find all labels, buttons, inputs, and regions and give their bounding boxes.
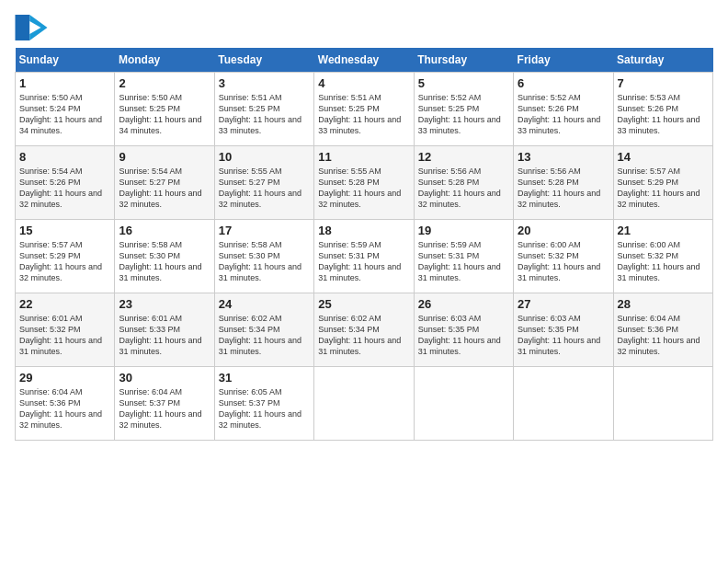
calendar-cell: 9 Sunrise: 5:54 AM Sunset: 5:27 PM Dayli…	[115, 146, 214, 220]
calendar-cell: 18 Sunrise: 5:59 AM Sunset: 5:31 PM Dayl…	[314, 220, 414, 293]
day-number: 25	[318, 297, 409, 311]
calendar-cell: 16 Sunrise: 5:58 AM Sunset: 5:30 PM Dayl…	[115, 220, 214, 293]
day-number: 27	[518, 297, 609, 311]
calendar-cell: 1 Sunrise: 5:50 AM Sunset: 5:24 PM Dayli…	[16, 73, 115, 146]
day-number: 11	[318, 150, 409, 164]
day-info: Sunrise: 6:02 AM Sunset: 5:34 PM Dayligh…	[219, 313, 310, 358]
day-number: 15	[19, 224, 110, 237]
day-number: 10	[219, 150, 310, 164]
day-info: Sunrise: 6:00 AM Sunset: 5:32 PM Dayligh…	[518, 239, 609, 284]
day-info: Sunrise: 5:59 AM Sunset: 5:31 PM Dayligh…	[318, 239, 409, 284]
day-number: 28	[618, 297, 709, 311]
calendar-cell: 13 Sunrise: 5:56 AM Sunset: 5:28 PM Dayl…	[514, 146, 613, 220]
calendar-cell: 8 Sunrise: 5:54 AM Sunset: 5:26 PM Dayli…	[16, 146, 115, 220]
day-info: Sunrise: 5:55 AM Sunset: 5:27 PM Dayligh…	[219, 166, 310, 211]
calendar-cell: 7 Sunrise: 5:53 AM Sunset: 5:26 PM Dayli…	[613, 73, 712, 146]
day-info: Sunrise: 6:03 AM Sunset: 5:35 PM Dayligh…	[518, 313, 609, 358]
day-info: Sunrise: 5:52 AM Sunset: 5:25 PM Dayligh…	[418, 92, 509, 137]
calendar-cell: 4 Sunrise: 5:51 AM Sunset: 5:25 PM Dayli…	[314, 73, 414, 146]
weekday-header: Wednesday	[314, 48, 414, 73]
day-info: Sunrise: 6:03 AM Sunset: 5:35 PM Dayligh…	[418, 313, 509, 358]
day-info: Sunrise: 5:58 AM Sunset: 5:30 PM Dayligh…	[119, 239, 210, 284]
calendar-cell: 3 Sunrise: 5:51 AM Sunset: 5:25 PM Dayli…	[214, 73, 313, 146]
day-info: Sunrise: 6:05 AM Sunset: 5:37 PM Dayligh…	[219, 386, 310, 431]
day-info: Sunrise: 5:57 AM Sunset: 5:29 PM Dayligh…	[618, 166, 709, 211]
weekday-header: Thursday	[414, 48, 513, 73]
calendar-cell: 21 Sunrise: 6:00 AM Sunset: 5:32 PM Dayl…	[613, 220, 712, 293]
day-info: Sunrise: 5:56 AM Sunset: 5:28 PM Dayligh…	[518, 166, 609, 211]
day-number: 7	[618, 76, 709, 90]
day-number: 6	[518, 76, 609, 90]
day-number: 31	[219, 371, 310, 385]
calendar-cell: 29 Sunrise: 6:04 AM Sunset: 5:36 PM Dayl…	[16, 367, 115, 441]
calendar-cell: 31 Sunrise: 6:05 AM Sunset: 5:37 PM Dayl…	[214, 367, 313, 441]
calendar-cell: 23 Sunrise: 6:01 AM Sunset: 5:33 PM Dayl…	[115, 293, 214, 367]
day-info: Sunrise: 5:55 AM Sunset: 5:28 PM Dayligh…	[318, 166, 409, 211]
day-info: Sunrise: 5:56 AM Sunset: 5:28 PM Dayligh…	[418, 166, 509, 211]
day-number: 9	[119, 150, 210, 164]
day-info: Sunrise: 5:50 AM Sunset: 5:25 PM Dayligh…	[119, 92, 210, 137]
calendar-cell: 11 Sunrise: 5:55 AM Sunset: 5:28 PM Dayl…	[314, 146, 414, 220]
day-number: 24	[219, 297, 310, 311]
day-number: 18	[318, 224, 409, 237]
day-info: Sunrise: 6:01 AM Sunset: 5:33 PM Dayligh…	[119, 313, 210, 358]
day-info: Sunrise: 5:51 AM Sunset: 5:25 PM Dayligh…	[219, 92, 310, 137]
calendar-cell: 26 Sunrise: 6:03 AM Sunset: 5:35 PM Dayl…	[414, 293, 513, 367]
calendar-table: SundayMondayTuesdayWednesdayThursdayFrid…	[15, 48, 713, 441]
calendar-week-row: 22 Sunrise: 6:01 AM Sunset: 5:32 PM Dayl…	[16, 293, 713, 367]
calendar-week-row: 8 Sunrise: 5:54 AM Sunset: 5:26 PM Dayli…	[16, 146, 713, 220]
calendar-cell: 2 Sunrise: 5:50 AM Sunset: 5:25 PM Dayli…	[115, 73, 214, 146]
calendar-cell	[514, 367, 613, 441]
day-number: 17	[219, 224, 310, 237]
day-info: Sunrise: 5:57 AM Sunset: 5:29 PM Dayligh…	[19, 239, 110, 284]
day-info: Sunrise: 6:00 AM Sunset: 5:32 PM Dayligh…	[618, 239, 709, 284]
weekday-header: Friday	[514, 48, 613, 73]
day-info: Sunrise: 5:53 AM Sunset: 5:26 PM Dayligh…	[618, 92, 709, 137]
day-info: Sunrise: 6:04 AM Sunset: 5:36 PM Dayligh…	[618, 313, 709, 358]
weekday-header: Sunday	[16, 48, 115, 73]
day-number: 30	[119, 371, 210, 385]
day-info: Sunrise: 6:02 AM Sunset: 5:34 PM Dayligh…	[318, 313, 409, 358]
day-number: 5	[418, 76, 509, 90]
weekday-header: Tuesday	[214, 48, 313, 73]
calendar-cell: 17 Sunrise: 5:58 AM Sunset: 5:30 PM Dayl…	[214, 220, 313, 293]
day-info: Sunrise: 5:52 AM Sunset: 5:26 PM Dayligh…	[518, 92, 609, 137]
day-number: 12	[418, 150, 509, 164]
calendar-cell: 28 Sunrise: 6:04 AM Sunset: 5:36 PM Dayl…	[613, 293, 712, 367]
day-info: Sunrise: 6:04 AM Sunset: 5:36 PM Dayligh…	[19, 386, 110, 431]
day-number: 13	[518, 150, 609, 164]
day-info: Sunrise: 5:59 AM Sunset: 5:31 PM Dayligh…	[418, 239, 509, 284]
day-number: 26	[418, 297, 509, 311]
calendar-week-row: 15 Sunrise: 5:57 AM Sunset: 5:29 PM Dayl…	[16, 220, 713, 293]
day-info: Sunrise: 5:51 AM Sunset: 5:25 PM Dayligh…	[318, 92, 409, 137]
day-number: 2	[119, 76, 210, 90]
day-number: 22	[19, 297, 110, 311]
calendar-cell: 12 Sunrise: 5:56 AM Sunset: 5:28 PM Dayl…	[414, 146, 513, 220]
weekday-header: Monday	[115, 48, 214, 73]
calendar-cell: 6 Sunrise: 5:52 AM Sunset: 5:26 PM Dayli…	[514, 73, 613, 146]
day-info: Sunrise: 6:04 AM Sunset: 5:37 PM Dayligh…	[119, 386, 210, 431]
calendar-week-row: 29 Sunrise: 6:04 AM Sunset: 5:36 PM Dayl…	[16, 367, 713, 441]
day-number: 8	[19, 150, 110, 164]
day-info: Sunrise: 5:58 AM Sunset: 5:30 PM Dayligh…	[219, 239, 310, 284]
weekday-header: Saturday	[613, 48, 712, 73]
calendar-cell: 20 Sunrise: 6:00 AM Sunset: 5:32 PM Dayl…	[514, 220, 613, 293]
day-info: Sunrise: 5:50 AM Sunset: 5:24 PM Dayligh…	[19, 92, 110, 137]
day-number: 16	[119, 224, 210, 237]
calendar-cell: 19 Sunrise: 5:59 AM Sunset: 5:31 PM Dayl…	[414, 220, 513, 293]
weekday-header-row: SundayMondayTuesdayWednesdayThursdayFrid…	[16, 48, 713, 73]
svg-rect-0	[16, 15, 30, 40]
logo	[15, 15, 51, 40]
logo-icon	[15, 15, 48, 40]
calendar-week-row: 1 Sunrise: 5:50 AM Sunset: 5:24 PM Dayli…	[16, 73, 713, 146]
day-info: Sunrise: 5:54 AM Sunset: 5:27 PM Dayligh…	[119, 166, 210, 211]
day-number: 23	[119, 297, 210, 311]
calendar-cell: 15 Sunrise: 5:57 AM Sunset: 5:29 PM Dayl…	[16, 220, 115, 293]
day-number: 4	[318, 76, 409, 90]
calendar-cell	[414, 367, 513, 441]
calendar-cell: 22 Sunrise: 6:01 AM Sunset: 5:32 PM Dayl…	[16, 293, 115, 367]
day-number: 21	[618, 224, 709, 237]
calendar-cell: 25 Sunrise: 6:02 AM Sunset: 5:34 PM Dayl…	[314, 293, 414, 367]
day-number: 3	[219, 76, 310, 90]
day-number: 19	[418, 224, 509, 237]
